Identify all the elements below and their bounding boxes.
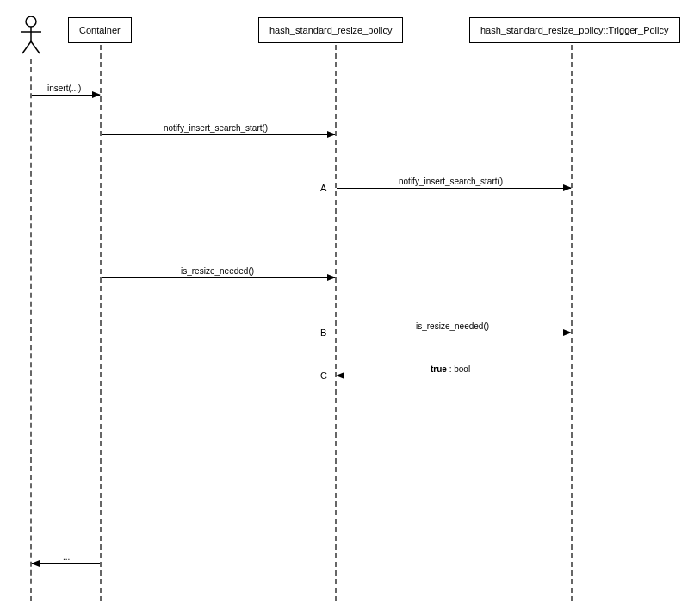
message-resize-1 <box>102 277 335 278</box>
return-bold: true <box>431 364 447 374</box>
lifeline-trigger-policy <box>571 45 573 601</box>
message-notify-2 <box>337 188 571 189</box>
participant-container: Container <box>68 17 132 43</box>
message-return-dots-label: ... <box>63 552 70 562</box>
message-notify-2-label: notify_insert_search_start() <box>399 177 503 186</box>
return-rest: : bool <box>447 364 470 374</box>
message-insert-label: insert(...) <box>47 84 81 93</box>
actor-icon <box>21 16 41 55</box>
message-return <box>337 376 571 376</box>
message-resize-1-label: is_resize_needed() <box>181 266 254 276</box>
participant-resize-policy: hash_standard_resize_policy <box>258 17 403 43</box>
message-insert <box>32 95 100 96</box>
step-b: B <box>320 327 326 338</box>
step-a: A <box>320 183 326 193</box>
message-resize-2-label: is_resize_needed() <box>416 321 489 331</box>
svg-line-3 <box>22 41 31 53</box>
svg-line-4 <box>31 41 40 53</box>
svg-point-0 <box>26 16 36 27</box>
message-notify-1 <box>102 134 335 135</box>
message-resize-2 <box>337 333 571 333</box>
message-return-label: true : bool <box>431 364 470 374</box>
step-c: C <box>320 370 327 381</box>
message-return-dots <box>32 563 100 564</box>
lifeline-container <box>100 45 102 601</box>
message-notify-1-label: notify_insert_search_start() <box>164 123 268 133</box>
participant-trigger-policy: hash_standard_resize_policy::Trigger_Pol… <box>469 17 680 43</box>
lifeline-actor <box>30 59 32 601</box>
lifeline-resize-policy <box>335 45 337 601</box>
